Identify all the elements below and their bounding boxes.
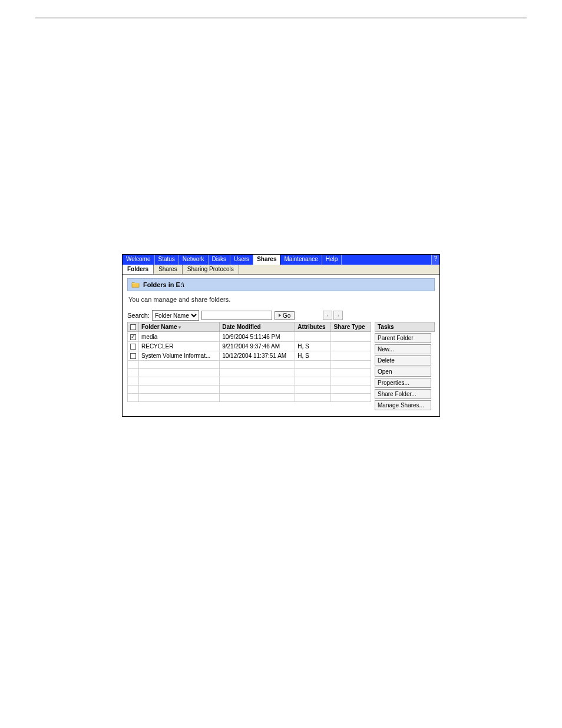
table-row-empty	[128, 386, 371, 394]
paging-buttons: ‹ ›	[323, 311, 343, 320]
go-button[interactable]: Go	[275, 311, 295, 320]
top-nav: Welcome Status Network Disks Users Share…	[123, 255, 439, 265]
tab-network[interactable]: Network	[179, 255, 209, 265]
cell-attributes	[295, 332, 331, 341]
page-next-button[interactable]: ›	[333, 311, 343, 320]
table-row-empty	[128, 377, 371, 386]
tab-maintenance[interactable]: Maintenance	[280, 255, 322, 265]
tab-users[interactable]: Users	[230, 255, 253, 265]
subtab-sharing-protocols[interactable]: Sharing Protocols	[183, 265, 239, 274]
table-row[interactable]: RECYCLER9/21/2004 9:37:46 AMH, S	[128, 341, 371, 351]
page-prev-button[interactable]: ‹	[323, 311, 332, 320]
tab-shares[interactable]: Shares	[253, 255, 280, 265]
checkbox-icon[interactable]	[130, 324, 136, 330]
tasks-heading: Tasks	[375, 322, 435, 332]
cell-folder-name: RECYCLER	[139, 341, 220, 351]
cell-date-modified: 10/9/2004 5:11:46 PM	[220, 332, 295, 341]
tab-disks[interactable]: Disks	[209, 255, 230, 265]
table-row-empty	[128, 394, 371, 402]
cell-date-modified: 10/12/2004 11:37:51 AM	[220, 351, 295, 361]
folder-table: Folder Name▾ Date Modified Attributes Sh…	[127, 322, 371, 410]
table-row[interactable]: System Volume Informat...10/12/2004 11:3…	[128, 351, 371, 361]
column-header-date-modified[interactable]: Date Modified	[220, 322, 295, 332]
search-row: Search: Folder Name Go ‹ ›	[127, 310, 435, 321]
table-row-empty	[128, 361, 371, 369]
table-row[interactable]: media10/9/2004 5:11:46 PM	[128, 332, 371, 341]
app-window: Welcome Status Network Disks Users Share…	[122, 254, 440, 417]
cell-share-type	[331, 332, 371, 341]
tab-welcome[interactable]: Welcome	[123, 255, 155, 265]
task-properties-button[interactable]: Properties...	[375, 378, 431, 388]
help-icon[interactable]: ?	[431, 255, 439, 265]
subtab-shares[interactable]: Shares	[154, 265, 183, 274]
column-header-folder-name[interactable]: Folder Name▾	[139, 322, 220, 332]
cell-date-modified: 9/21/2004 9:37:46 AM	[220, 341, 295, 351]
content-area: Folders in E:\ You can manage and share …	[123, 275, 439, 416]
column-header-share-type[interactable]: Share Type	[331, 322, 371, 332]
cell-folder-name: System Volume Informat...	[139, 351, 220, 361]
tab-help[interactable]: Help	[322, 255, 342, 265]
play-icon	[279, 314, 281, 317]
cell-attributes: H, S	[295, 351, 331, 361]
go-button-label: Go	[283, 312, 290, 319]
row-checkbox[interactable]	[130, 344, 136, 350]
panel-title-band: Folders in E:\	[127, 278, 435, 291]
panel-title: Folders in E:\	[143, 281, 184, 288]
row-checkbox[interactable]	[130, 353, 136, 359]
task-manage-shares-button[interactable]: Manage Shares...	[375, 400, 431, 410]
task-new-button[interactable]: New...	[375, 344, 431, 354]
panel-description: You can manage and share folders.	[128, 296, 434, 303]
page-rule	[35, 18, 527, 18]
search-field-select[interactable]: Folder Name	[152, 310, 199, 321]
search-input[interactable]	[201, 311, 272, 320]
tab-status[interactable]: Status	[155, 255, 179, 265]
search-label: Search:	[127, 312, 150, 319]
cell-share-type	[331, 351, 371, 361]
cell-attributes: H, S	[295, 341, 331, 351]
cell-folder-name: media	[139, 332, 220, 341]
tasks-panel: Tasks Parent Folder New... Delete Open P…	[375, 322, 435, 410]
task-open-button[interactable]: Open	[375, 367, 431, 377]
task-share-folder-button[interactable]: Share Folder...	[375, 389, 431, 399]
column-header-checkbox[interactable]	[128, 322, 139, 332]
cell-share-type	[331, 341, 371, 351]
task-delete-button[interactable]: Delete	[375, 355, 431, 365]
row-checkbox[interactable]	[130, 334, 136, 340]
column-header-attributes[interactable]: Attributes	[295, 322, 331, 332]
folder-icon	[131, 281, 140, 288]
table-row-empty	[128, 369, 371, 377]
sub-nav: Folders Shares Sharing Protocols	[123, 265, 439, 275]
subtab-folders[interactable]: Folders	[123, 265, 154, 274]
task-parent-folder-button[interactable]: Parent Folder	[375, 333, 431, 343]
sort-indicator-icon: ▾	[178, 325, 181, 330]
